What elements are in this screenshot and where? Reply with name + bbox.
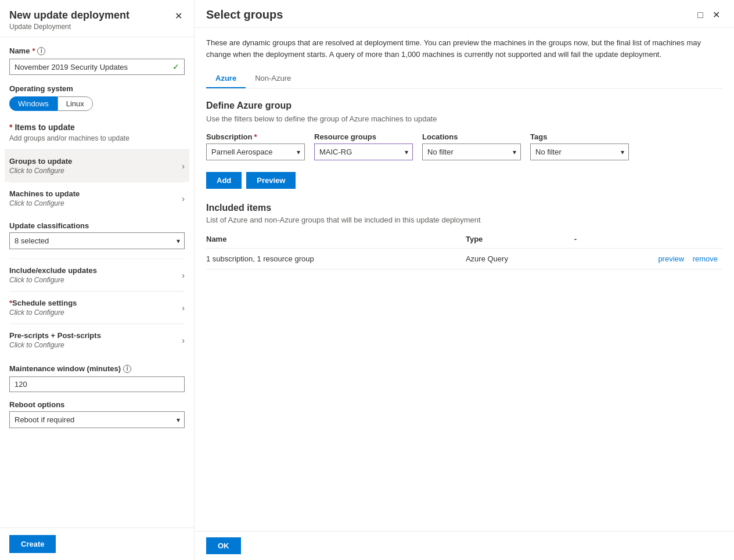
table-row: 1 subscription, 1 resource group Azure Q…	[206, 249, 722, 270]
groups-to-update-row[interactable]: Groups to update Click to Configure ›	[5, 149, 189, 182]
table-header-dash: -	[574, 231, 722, 249]
locations-select[interactable]: No filter	[422, 143, 521, 160]
name-info-icon[interactable]: i	[37, 47, 45, 55]
locations-label: Locations	[422, 132, 521, 141]
define-group-heading: Define Azure group	[206, 100, 722, 111]
close-button[interactable]: ✕	[172, 9, 185, 23]
preview-link[interactable]: preview	[658, 254, 684, 263]
items-required-star: *	[9, 123, 12, 132]
os-label: Operating system	[9, 84, 185, 93]
subscription-filter-label: Subscription *	[206, 132, 305, 141]
ok-button[interactable]: OK	[206, 537, 241, 554]
os-toggle: Windows Linux	[9, 96, 185, 111]
included-items-title: Included items	[206, 203, 722, 213]
subscription-filter-select: Parnell Aerospace ▾	[206, 143, 305, 160]
left-panel-footer: Create	[0, 527, 194, 560]
preview-button[interactable]: Preview	[246, 172, 296, 189]
filters-row: Subscription * Parnell Aerospace ▾ Resou…	[206, 132, 722, 160]
left-panel-content: Name * i November 2019 Security Updates …	[0, 37, 194, 527]
tab-non-azure[interactable]: Non-Azure	[246, 69, 300, 88]
groups-chevron-icon: ›	[182, 161, 185, 171]
subscription-select[interactable]: Parnell Aerospace	[206, 143, 305, 160]
reboot-options-select[interactable]: Reboot if required Never reboot Always r…	[9, 411, 185, 428]
right-panel-header: Select groups □ ✕	[195, 0, 734, 28]
tags-select[interactable]: No filter	[530, 143, 629, 160]
tabs-row: Azure Non-Azure	[206, 69, 722, 89]
os-windows-button[interactable]: Windows	[9, 96, 57, 111]
right-panel-content: These are dynamic groups that are resolv…	[195, 28, 734, 531]
remove-link[interactable]: remove	[693, 254, 718, 263]
reboot-options-wrapper: Reboot if required Never reboot Always r…	[9, 411, 185, 428]
panel-subtitle: Update Deployment	[9, 23, 129, 31]
resource-groups-select-wrapper: MAIC-RG ▾	[314, 143, 413, 160]
items-to-update-subtitle: Add groups and/or machines to update	[9, 134, 185, 142]
locations-filter-group: Locations No filter ▾	[422, 132, 521, 160]
resource-groups-select[interactable]: MAIC-RG	[314, 143, 413, 160]
schedule-settings-row[interactable]: *Schedule settings Click to Configure ›	[9, 291, 185, 324]
left-panel: New update deployment Update Deployment …	[0, 0, 195, 560]
action-buttons: Add Preview	[206, 172, 722, 189]
table-header-type: Type	[466, 231, 574, 249]
machines-to-update-row[interactable]: Machines to update Click to Configure ›	[9, 182, 185, 214]
locations-select-wrapper: No filter ▾	[422, 143, 521, 160]
right-header-icons: □ ✕	[695, 8, 722, 21]
update-classifications-select[interactable]: 8 selected	[9, 232, 185, 249]
maintenance-label: Maintenance window (minutes) i	[9, 364, 185, 373]
include-exclude-chevron-icon: ›	[182, 271, 185, 280]
maintenance-input[interactable]	[15, 380, 179, 389]
row-type: Azure Query	[466, 249, 574, 270]
os-linux-button[interactable]: Linux	[57, 96, 93, 111]
tab-azure[interactable]: Azure	[206, 69, 246, 88]
define-group-desc: Use the filters below to define the grou…	[206, 114, 722, 123]
maintenance-input-wrapper	[9, 376, 185, 392]
panel-title: New update deployment	[9, 9, 129, 21]
groups-row-title: Groups to update	[9, 157, 72, 166]
included-items-desc: List of Azure and non-Azure groups that …	[206, 216, 722, 224]
add-button[interactable]: Add	[206, 172, 242, 189]
machines-row-title: Machines to update	[9, 189, 80, 198]
tags-filter-group: Tags No filter ▾	[530, 132, 629, 160]
pre-post-scripts-row[interactable]: Pre-scripts + Post-scripts Click to Conf…	[9, 324, 185, 356]
maximize-button[interactable]: □	[695, 9, 706, 21]
name-check-icon: ✓	[172, 62, 179, 71]
tags-label: Tags	[530, 132, 629, 141]
right-close-button[interactable]: ✕	[710, 8, 722, 21]
reboot-options-label: Reboot options	[9, 400, 185, 409]
items-to-update-title: * Items to update	[9, 123, 185, 132]
machines-chevron-icon: ›	[182, 194, 185, 203]
tags-select-wrapper: No filter ▾	[530, 143, 629, 160]
schedule-chevron-icon: ›	[182, 303, 185, 313]
schedule-title: *Schedule settings	[9, 299, 77, 307]
left-panel-header: New update deployment Update Deployment …	[0, 0, 194, 37]
create-button[interactable]: Create	[9, 535, 56, 553]
required-indicator: *	[32, 46, 35, 55]
included-items-table: Name Type - 1 subscription, 1 resource g…	[206, 231, 722, 270]
description-text: These are dynamic groups that are resolv…	[206, 37, 706, 60]
right-panel-title: Select groups	[206, 8, 283, 21]
pre-post-chevron-icon: ›	[182, 336, 185, 345]
subscription-filter-group: Subscription * Parnell Aerospace ▾	[206, 132, 305, 160]
schedule-sub: Click to Configure	[9, 308, 77, 317]
groups-row-sub: Click to Configure	[9, 167, 72, 175]
pre-post-sub: Click to Configure	[9, 341, 101, 349]
right-panel: Select groups □ ✕ These are dynamic grou…	[195, 0, 734, 560]
include-exclude-title: Include/exclude updates	[9, 266, 97, 275]
right-panel-footer: OK	[195, 531, 734, 560]
name-input-wrapper: November 2019 Security Updates ✓	[9, 59, 185, 75]
subscription-required: *	[254, 132, 257, 141]
maintenance-info-icon[interactable]: i	[123, 365, 131, 373]
pre-post-title: Pre-scripts + Post-scripts	[9, 331, 101, 340]
include-exclude-sub: Click to Configure	[9, 276, 97, 284]
name-input[interactable]: November 2019 Security Updates	[15, 63, 172, 71]
update-classifications-label: Update classifications	[9, 221, 185, 230]
include-exclude-row[interactable]: Include/exclude updates Click to Configu…	[9, 259, 185, 291]
name-field-label: Name * i	[9, 46, 185, 55]
machines-row-sub: Click to Configure	[9, 199, 80, 207]
resource-groups-filter-group: Resource groups MAIC-RG ▾	[314, 132, 413, 160]
update-classifications-wrapper: 8 selected ▾	[9, 232, 185, 249]
resource-groups-label: Resource groups	[314, 132, 413, 141]
row-name: 1 subscription, 1 resource group	[206, 249, 466, 270]
row-actions: preview remove	[574, 249, 722, 270]
table-header-name: Name	[206, 231, 466, 249]
